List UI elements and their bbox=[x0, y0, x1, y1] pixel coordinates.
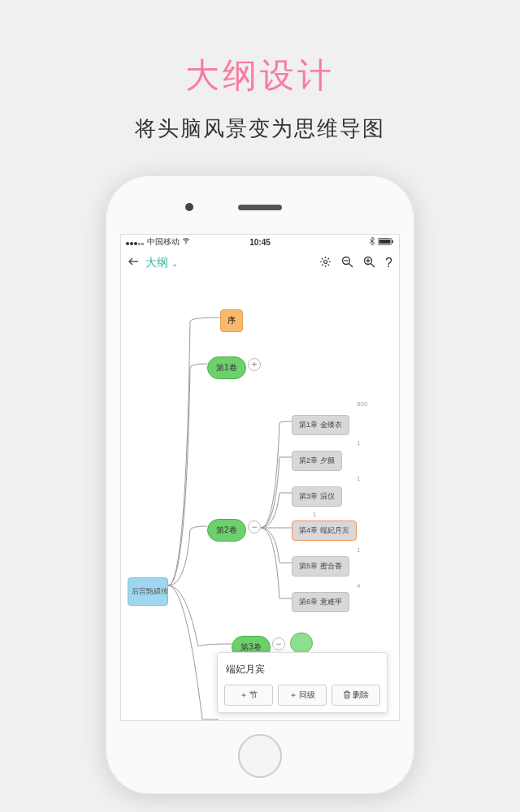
svg-line-6 bbox=[349, 264, 353, 268]
status-bar: 中国移动 10:45 bbox=[121, 235, 399, 249]
delete-button[interactable]: 删除 bbox=[332, 685, 380, 706]
chapter-6-node[interactable]: 第6章 意难平 bbox=[292, 592, 349, 612]
toolbar: 大纲 ⌄ ? bbox=[121, 249, 399, 277]
screen: 中国移动 10:45 大纲 bbox=[120, 234, 400, 721]
chapter-5-node[interactable]: 第5章 蜜合香 bbox=[292, 556, 349, 577]
count-4: 4 bbox=[357, 582, 360, 590]
count-1c: 1 bbox=[313, 511, 316, 518]
chapter-2-node[interactable]: 第2章 夕颜 bbox=[292, 451, 342, 471]
svg-line-9 bbox=[371, 264, 375, 268]
svg-rect-3 bbox=[392, 240, 394, 243]
expand-vol1-button[interactable]: + bbox=[248, 358, 261, 371]
plus-icon: ＋ bbox=[289, 689, 297, 701]
outline-dropdown[interactable]: 大纲 ⌄ bbox=[145, 256, 178, 270]
chapter-1-node[interactable]: 第1章 金缕衣 bbox=[292, 415, 349, 435]
count-1d: 1 bbox=[357, 546, 360, 554]
add-sibling-button[interactable]: ＋ 同级 bbox=[278, 685, 327, 706]
trash-icon bbox=[343, 690, 351, 701]
wifi-icon bbox=[182, 238, 190, 246]
clock: 10:45 bbox=[215, 238, 305, 247]
node-edit-popup: 端妃月宾 ＋ 节 ＋ 同级 删除 bbox=[217, 652, 388, 713]
count-1b: 1 bbox=[357, 475, 360, 482]
delete-label: 删除 bbox=[353, 689, 369, 701]
bluetooth-icon bbox=[370, 237, 375, 247]
collapse-vol2-button[interactable]: − bbox=[248, 520, 261, 533]
phone-camera bbox=[185, 203, 193, 211]
zoom-in-button[interactable] bbox=[363, 256, 375, 270]
count-1a: 1 bbox=[357, 439, 360, 447]
count-805: 805 bbox=[357, 400, 367, 408]
add-child-button[interactable]: ＋ 节 bbox=[224, 685, 273, 706]
signal-dots-icon bbox=[126, 238, 145, 247]
plus-icon: ＋ bbox=[240, 689, 248, 701]
zoom-out-button[interactable] bbox=[341, 256, 353, 270]
page-subtitle: 将头脑风景变为思维导图 bbox=[0, 114, 520, 143]
svg-point-0 bbox=[185, 243, 187, 244]
mindmap-canvas[interactable]: 后宫甄嬛传 序 第1卷 第2卷 第3卷 + − − 805 第1章 金缕衣 1 … bbox=[121, 277, 399, 720]
svg-rect-2 bbox=[379, 240, 391, 244]
phone-speaker bbox=[238, 205, 282, 210]
phone-frame: 中国移动 10:45 大纲 bbox=[106, 175, 414, 794]
help-button[interactable]: ? bbox=[385, 256, 392, 270]
battery-icon bbox=[378, 238, 394, 247]
chevron-down-icon: ⌄ bbox=[171, 259, 178, 268]
phone-home-button[interactable] bbox=[238, 734, 282, 778]
volume-1-node[interactable]: 第1卷 bbox=[207, 356, 246, 379]
popup-title[interactable]: 端妃月宾 bbox=[224, 659, 380, 685]
back-button[interactable] bbox=[128, 256, 139, 270]
expand-vol3-button[interactable]: − bbox=[272, 637, 285, 650]
add-child-label: 节 bbox=[249, 689, 258, 701]
settings-button[interactable] bbox=[319, 256, 332, 270]
outline-label-text: 大纲 bbox=[145, 256, 168, 269]
carrier-label: 中国移动 bbox=[147, 236, 180, 248]
add-sibling-label: 同级 bbox=[299, 689, 315, 701]
chapter-3-node[interactable]: 第3章 温仪 bbox=[292, 486, 342, 507]
root-node[interactable]: 后宫甄嬛传 bbox=[128, 577, 168, 606]
preface-node[interactable]: 序 bbox=[220, 309, 243, 332]
chapter-4-node-selected[interactable]: 第4章 端妃月宾 bbox=[292, 520, 357, 541]
svg-point-4 bbox=[324, 261, 327, 264]
volume-2-node[interactable]: 第2卷 bbox=[207, 519, 246, 542]
volume-3-child-node[interactable] bbox=[290, 633, 313, 654]
page-main-title: 大纲设计 bbox=[0, 53, 520, 98]
